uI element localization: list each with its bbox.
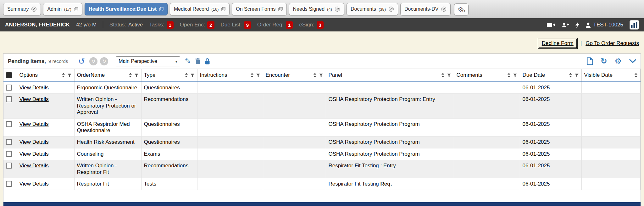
counter-esign[interactable]: eSign: 3 <box>299 21 324 29</box>
cell-encounter <box>263 178 326 190</box>
sort-icon[interactable] <box>129 73 132 78</box>
decline-form-button[interactable]: Decline Form <box>539 39 577 48</box>
view-details-link[interactable]: View Details <box>19 96 49 102</box>
bar-chart-button[interactable] <box>630 20 639 30</box>
cell-due-date: 06-01-2025 <box>520 160 581 178</box>
sort-icon[interactable] <box>313 73 317 78</box>
header-type: Type <box>141 69 197 82</box>
counter-label: Due List: <box>221 22 242 28</box>
filter-icon[interactable] <box>513 73 517 77</box>
cell-order-name: Counseling <box>74 148 141 160</box>
cell-comments <box>454 82 520 94</box>
row-checkbox[interactable] <box>6 163 12 169</box>
history-back-icon[interactable]: ↺ <box>89 57 97 65</box>
history-forward-icon[interactable]: ↻ <box>100 57 108 65</box>
tab-bar: Summary Admin (17) Health Surveillance:D… <box>0 0 644 18</box>
view-details-link[interactable]: View Details <box>19 151 49 157</box>
tab-medical-record[interactable]: Medical Record (16) <box>170 3 230 15</box>
counter-badge[interactable]: 1 <box>286 21 293 29</box>
view-details-link[interactable]: View Details <box>19 85 49 91</box>
counter-badge[interactable]: 2 <box>207 21 214 29</box>
sort-icon[interactable] <box>634 73 638 78</box>
counter-badge[interactable]: 3 <box>317 21 324 29</box>
tab-health-surveillance-due-list[interactable]: Health Surveillance:Due List <box>85 3 168 15</box>
tab-documents[interactable]: Documents (38) <box>347 3 398 15</box>
view-details-link[interactable]: View Details <box>19 163 49 169</box>
grid-bottom-bar[interactable] <box>3 202 641 206</box>
cell-panel: Respirator Fit Testing Req. <box>326 178 454 190</box>
counter-tasks[interactable]: Tasks: 1 <box>149 21 174 29</box>
open-in-new-window-icon[interactable] <box>31 6 37 12</box>
document-icon[interactable] <box>587 57 593 65</box>
select-all-checkbox[interactable] <box>6 72 12 78</box>
open-in-new-window-icon[interactable] <box>388 6 394 12</box>
row-checkbox[interactable] <box>6 85 12 91</box>
undo-icon[interactable]: ↺ <box>78 57 85 65</box>
open-in-new-window-icon[interactable] <box>441 6 447 12</box>
cell-panel: OSHA Respiratory Protection Program <box>326 118 454 136</box>
open-in-new-window-icon[interactable] <box>335 6 340 12</box>
divider <box>103 21 103 28</box>
popout-icon[interactable] <box>278 7 283 11</box>
sort-icon[interactable] <box>569 73 572 78</box>
cell-type: Questionnaires <box>141 136 197 148</box>
go-to-order-requests-link[interactable]: Go To Order Requests <box>586 40 639 47</box>
perspective-value: Main Perspective <box>119 58 157 64</box>
row-checkbox[interactable] <box>6 151 12 157</box>
tab-label: Documents <box>351 6 376 12</box>
banner-right-tools: TEST-10025 <box>547 20 639 30</box>
tab-label: Admin <box>47 6 61 12</box>
counter-badge[interactable]: 1 <box>167 21 174 29</box>
row-checkbox[interactable] <box>6 96 12 102</box>
trash-icon[interactable] <box>195 58 200 64</box>
tab-settings-button[interactable]: ⚙ ⚙ <box>454 3 469 15</box>
lightning-bolt-icon[interactable] <box>575 22 579 28</box>
counter-due-list[interactable]: Due List: 9 <box>221 21 251 29</box>
row-checkbox[interactable] <box>6 139 12 145</box>
counter-badge[interactable]: 9 <box>244 21 251 29</box>
video-camera-icon[interactable] <box>547 22 555 27</box>
counter-open-enc[interactable]: Open Enc: 2 <box>180 21 214 29</box>
cell-comments <box>454 118 520 136</box>
pending-items-panel: Pending Items, 9 records ↺ ↺ ↻ Main Pers… <box>3 53 641 206</box>
popout-icon[interactable] <box>159 7 164 11</box>
row-checkbox[interactable] <box>6 121 12 127</box>
filter-icon[interactable] <box>134 73 139 77</box>
view-details-link[interactable]: View Details <box>19 181 49 187</box>
sort-icon[interactable] <box>441 73 445 78</box>
perspective-select[interactable]: Main Perspective ▾ <box>116 56 180 66</box>
sort-icon[interactable] <box>62 73 65 78</box>
sort-icon[interactable] <box>185 73 188 78</box>
sort-icon[interactable] <box>507 73 511 78</box>
edit-pencil-icon[interactable]: ✎ <box>185 58 191 65</box>
filter-icon[interactable] <box>575 73 579 77</box>
header-checkbox-cell <box>3 69 17 82</box>
tab-on-screen-forms[interactable]: On Screen Forms <box>232 3 286 15</box>
tab-admin[interactable]: Admin (17) <box>43 3 82 15</box>
refresh-icon[interactable]: ↻ <box>601 57 607 65</box>
filter-icon[interactable] <box>256 73 260 77</box>
row-checkbox[interactable] <box>6 181 12 187</box>
filter-icon[interactable] <box>67 73 72 77</box>
counter-order-req[interactable]: Order Req: 1 <box>257 21 293 29</box>
filter-icon[interactable] <box>319 73 323 77</box>
cell-comments <box>454 94 520 118</box>
chevron-down-icon[interactable] <box>629 59 636 63</box>
view-details-link[interactable]: View Details <box>19 139 49 145</box>
filter-icon[interactable] <box>447 73 451 77</box>
cell-due-date: 06-01-2025 <box>520 148 581 160</box>
tab-needs-signed[interactable]: Needs Signed (4) <box>289 3 344 15</box>
cell-instructions <box>197 94 263 118</box>
view-details-link[interactable]: View Details <box>19 121 49 127</box>
lock-icon[interactable] <box>205 58 210 64</box>
tab-documents-dv[interactable]: Documents-DV <box>400 3 451 15</box>
popout-icon[interactable] <box>74 7 78 11</box>
record-count: 9 records <box>48 58 68 64</box>
add-person-icon[interactable] <box>562 22 569 28</box>
filter-icon[interactable] <box>190 73 195 77</box>
gear-icon[interactable]: ⚙ <box>615 57 622 65</box>
cell-encounter <box>263 94 326 118</box>
tab-summary[interactable]: Summary <box>3 3 41 15</box>
sort-icon[interactable] <box>250 73 254 78</box>
popout-icon[interactable] <box>221 7 225 11</box>
